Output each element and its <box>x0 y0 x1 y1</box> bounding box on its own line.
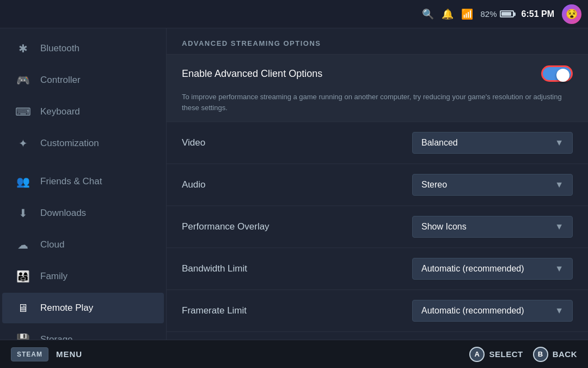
back-label: BACK <box>553 349 577 359</box>
setting-value-audio: Stereo <box>421 180 547 190</box>
sidebar-item-controller[interactable]: 🎮 Controller <box>2 65 164 95</box>
sidebar-label-bluetooth: Bluetooth <box>40 43 79 54</box>
setting-row-framerate-limit: Framerate Limit Automatic (recommended) … <box>167 290 588 332</box>
sidebar: ✱ Bluetooth 🎮 Controller ⌨ Keyboard ✦ Cu… <box>0 28 166 340</box>
back-action[interactable]: B BACK <box>533 347 577 362</box>
setting-label-framerate-limit: Framerate Limit <box>182 305 247 316</box>
setting-dropdown-video[interactable]: Balanced ▼ <box>412 132 573 154</box>
search-icon[interactable]: 🔍 <box>422 8 434 20</box>
toggle-row: Enable Advanced Client Options <box>167 55 588 86</box>
bottom-bar: STEAM MENU A SELECT B BACK <box>0 340 588 368</box>
chevron-down-icon: ▼ <box>555 180 564 190</box>
toggle-label: Enable Advanced Client Options <box>182 68 322 80</box>
downloads-icon: ⬇ <box>15 206 30 221</box>
family-icon: 👨‍👩‍👧 <box>15 269 30 284</box>
setting-value-performance-overlay: Show Icons <box>421 222 547 232</box>
cloud-icon: ☁ <box>15 237 30 252</box>
menu-label: MENU <box>56 349 82 359</box>
setting-label-audio: Audio <box>182 179 205 190</box>
sidebar-item-keyboard[interactable]: ⌨ Keyboard <box>2 96 164 127</box>
sidebar-label-downloads: Downloads <box>40 208 86 219</box>
steam-label: STEAM <box>17 351 42 358</box>
main-layout: ✱ Bluetooth 🎮 Controller ⌨ Keyboard ✦ Cu… <box>0 28 588 340</box>
sidebar-item-downloads[interactable]: ⬇ Downloads <box>2 198 164 228</box>
select-label: SELECT <box>489 349 523 359</box>
customization-icon: ✦ <box>15 136 30 151</box>
battery-icon <box>500 10 514 17</box>
setting-row-audio: Audio Stereo ▼ <box>167 164 588 206</box>
setting-row-performance-overlay: Performance Overlay Show Icons ▼ <box>167 206 588 248</box>
clock: 6:51 PM <box>522 9 554 19</box>
setting-dropdown-framerate-limit[interactable]: Automatic (recommended) ▼ <box>412 300 573 322</box>
sidebar-item-storage[interactable]: 💾 Storage <box>2 324 164 340</box>
setting-row-video: Video Balanced ▼ <box>167 122 588 164</box>
sidebar-label-controller: Controller <box>40 75 81 86</box>
select-action[interactable]: A SELECT <box>469 347 523 362</box>
setting-dropdown-performance-overlay[interactable]: Show Icons ▼ <box>412 216 573 238</box>
toggle-desc-text: To improve performance streaming a game … <box>182 93 562 112</box>
sidebar-label-remote-play: Remote Play <box>40 303 93 313</box>
section-header: ADVANCED STREAMING OPTIONS <box>167 28 588 55</box>
sidebar-item-family[interactable]: 👨‍👩‍👧 Family <box>2 261 164 292</box>
setting-label-bandwidth-limit: Bandwidth Limit <box>182 263 247 274</box>
sidebar-label-customization: Customization <box>40 138 99 149</box>
setting-dropdown-audio[interactable]: Stereo ▼ <box>412 174 573 196</box>
sidebar-label-storage: Storage <box>40 334 73 340</box>
section-title: ADVANCED STREAMING OPTIONS <box>182 39 321 47</box>
steam-button[interactable]: STEAM <box>11 347 48 361</box>
sidebar-item-customization[interactable]: ✦ Customization <box>2 128 164 159</box>
sidebar-item-cloud[interactable]: ☁ Cloud <box>2 230 164 260</box>
wireless-icon: 📶 <box>461 8 473 20</box>
battery-info: 82% <box>481 9 514 19</box>
toggle-track <box>541 65 573 82</box>
bottom-actions: A SELECT B BACK <box>469 347 577 362</box>
sidebar-label-cloud: Cloud <box>40 239 64 250</box>
storage-icon: 💾 <box>15 332 30 340</box>
notification-icon[interactable]: 🔔 <box>442 8 454 20</box>
content-area: ADVANCED STREAMING OPTIONS Enable Advanc… <box>166 28 588 340</box>
friends-icon: 👥 <box>15 174 30 189</box>
sidebar-label-keyboard: Keyboard <box>40 106 80 117</box>
sidebar-item-friends-chat[interactable]: 👥 Friends & Chat <box>2 166 164 197</box>
chevron-down-icon: ▼ <box>555 138 564 148</box>
bluetooth-icon: ✱ <box>15 41 30 56</box>
setting-label-video: Video <box>182 137 205 148</box>
battery-pct: 82% <box>481 9 497 19</box>
setting-row-bandwidth-limit: Bandwidth Limit Automatic (recommended) … <box>167 248 588 290</box>
setting-label-performance-overlay: Performance Overlay <box>182 221 270 232</box>
b-button: B <box>533 347 548 362</box>
setting-value-video: Balanced <box>421 138 547 148</box>
controller-icon: 🎮 <box>15 73 30 88</box>
sidebar-item-remote-play[interactable]: 🖥 Remote Play <box>2 293 164 323</box>
a-button: A <box>469 347 485 362</box>
setting-dropdown-bandwidth-limit[interactable]: Automatic (recommended) ▼ <box>412 258 573 280</box>
sidebar-label-friends-chat: Friends & Chat <box>40 176 102 187</box>
setting-value-framerate-limit: Automatic (recommended) <box>421 306 547 316</box>
chevron-down-icon: ▼ <box>555 264 564 274</box>
sidebar-label-family: Family <box>40 271 68 282</box>
chevron-down-icon: ▼ <box>555 306 564 316</box>
sidebar-item-bluetooth[interactable]: ✱ Bluetooth <box>2 33 164 64</box>
avatar[interactable]: 😵 <box>562 4 581 24</box>
top-bar: 🔍 🔔 📶 82% 6:51 PM 😵 <box>0 0 588 28</box>
toggle-knob <box>556 69 569 82</box>
toggle-description: To improve performance streaming a game … <box>167 86 588 122</box>
setting-value-bandwidth-limit: Automatic (recommended) <box>421 264 547 274</box>
keyboard-icon: ⌨ <box>15 104 30 119</box>
remote-play-icon: 🖥 <box>15 300 30 316</box>
chevron-down-icon: ▼ <box>555 222 564 232</box>
advanced-options-toggle[interactable] <box>541 65 573 82</box>
